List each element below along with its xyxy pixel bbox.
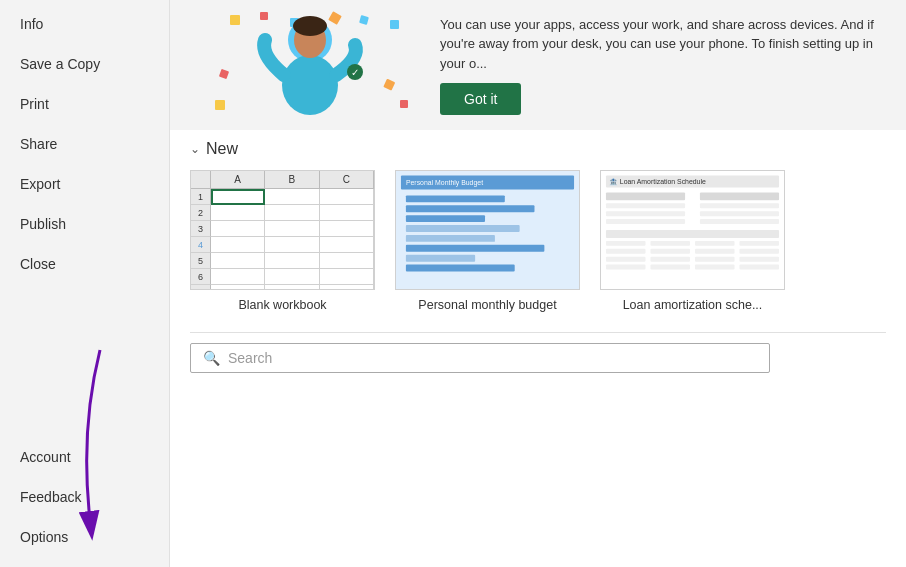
blank-workbook-label: Blank workbook (238, 298, 326, 312)
svg-rect-41 (606, 241, 646, 246)
svg-rect-49 (606, 257, 646, 262)
svg-rect-51 (695, 257, 735, 262)
chevron-down-icon: ⌄ (190, 142, 200, 156)
svg-rect-21 (406, 195, 505, 202)
top-banner: ✓ You can use your apps, access your wor… (170, 0, 906, 130)
sidebar-item-feedback-label: Feedback (20, 489, 81, 505)
sidebar-item-options[interactable]: Options (0, 517, 169, 557)
sidebar: Info Save a Copy Print Share Export Publ… (0, 0, 170, 567)
sidebar-item-share[interactable]: Share (0, 124, 169, 164)
sidebar-item-info[interactable]: Info (0, 4, 169, 44)
svg-rect-34 (606, 203, 685, 208)
svg-rect-7 (390, 20, 399, 29)
svg-rect-32 (606, 192, 685, 200)
svg-point-15 (293, 16, 327, 36)
svg-rect-3 (260, 12, 268, 20)
svg-rect-45 (606, 249, 646, 254)
blank-workbook-thumb: A B C 1 2 (190, 170, 375, 290)
banner-text: You can use your apps, access your work,… (440, 15, 876, 74)
svg-point-13 (282, 55, 338, 115)
svg-rect-37 (700, 211, 779, 216)
search-icon: 🔍 (203, 350, 220, 366)
got-it-button[interactable]: Got it (440, 83, 521, 115)
template-card-blank[interactable]: A B C 1 2 (190, 170, 375, 312)
sidebar-item-options-label: Options (20, 529, 68, 545)
svg-rect-47 (695, 249, 735, 254)
banner-illustration: ✓ (200, 10, 420, 120)
svg-rect-26 (406, 245, 544, 252)
svg-rect-55 (695, 265, 735, 270)
sidebar-item-print-label: Print (20, 96, 49, 112)
svg-rect-22 (406, 205, 535, 212)
sidebar-item-save-copy-label: Save a Copy (20, 56, 100, 72)
sidebar-item-publish-label: Publish (20, 216, 66, 232)
svg-text:Personal Monthly Budget: Personal Monthly Budget (406, 179, 483, 187)
svg-rect-56 (739, 265, 779, 270)
sidebar-item-export[interactable]: Export (0, 164, 169, 204)
svg-rect-40 (606, 230, 779, 238)
sidebar-item-info-label: Info (20, 16, 43, 32)
svg-rect-33 (700, 192, 779, 200)
svg-rect-23 (406, 215, 485, 222)
loan-thumb: 🏦 Loan Amortization Schedule (600, 170, 785, 290)
svg-rect-36 (606, 211, 685, 216)
svg-rect-43 (695, 241, 735, 246)
svg-rect-9 (215, 100, 225, 110)
sidebar-item-close-label: Close (20, 256, 56, 272)
new-section-title: New (206, 140, 238, 158)
budget-thumb: Personal Monthly Budget (395, 170, 580, 290)
svg-rect-52 (739, 257, 779, 262)
template-card-budget[interactable]: Personal Monthly Budget Personal monthly… (395, 170, 580, 312)
svg-rect-39 (700, 219, 779, 224)
svg-text:🏦 Loan Amortization Schedule: 🏦 Loan Amortization Schedule (609, 177, 706, 186)
new-section-header: ⌄ New (190, 140, 886, 158)
svg-rect-2 (230, 15, 240, 25)
sidebar-item-export-label: Export (20, 176, 60, 192)
sidebar-item-account[interactable]: Account (0, 437, 169, 477)
svg-rect-54 (650, 265, 690, 270)
illustration-svg: ✓ (200, 10, 420, 120)
svg-rect-53 (606, 265, 646, 270)
svg-rect-48 (739, 249, 779, 254)
svg-rect-11 (400, 100, 408, 108)
search-placeholder: Search (228, 350, 272, 366)
sidebar-item-save-copy[interactable]: Save a Copy (0, 44, 169, 84)
banner-text-area: You can use your apps, access your work,… (420, 15, 876, 116)
main-content: ✓ You can use your apps, access your wor… (170, 0, 906, 567)
divider (190, 332, 886, 333)
sidebar-item-feedback[interactable]: Feedback (0, 477, 169, 517)
svg-rect-46 (650, 249, 690, 254)
svg-rect-27 (406, 255, 475, 262)
sidebar-item-publish[interactable]: Publish (0, 204, 169, 244)
sidebar-item-share-label: Share (20, 136, 57, 152)
templates-row: A B C 1 2 (190, 170, 886, 322)
svg-rect-25 (406, 235, 495, 242)
svg-rect-35 (700, 203, 779, 208)
svg-rect-24 (406, 225, 520, 232)
new-section: ⌄ New A B C 1 (170, 130, 906, 567)
template-card-loan[interactable]: 🏦 Loan Amortization Schedule (600, 170, 785, 312)
svg-rect-44 (739, 241, 779, 246)
sidebar-item-account-label: Account (20, 449, 71, 465)
svg-rect-50 (650, 257, 690, 262)
svg-rect-42 (650, 241, 690, 246)
loan-label: Loan amortization sche... (623, 298, 763, 312)
search-bar[interactable]: 🔍 Search (190, 343, 770, 373)
svg-rect-28 (406, 265, 515, 272)
sidebar-item-close[interactable]: Close (0, 244, 169, 284)
svg-rect-38 (606, 219, 685, 224)
sidebar-item-print[interactable]: Print (0, 84, 169, 124)
svg-text:✓: ✓ (351, 67, 359, 78)
budget-label: Personal monthly budget (418, 298, 556, 312)
